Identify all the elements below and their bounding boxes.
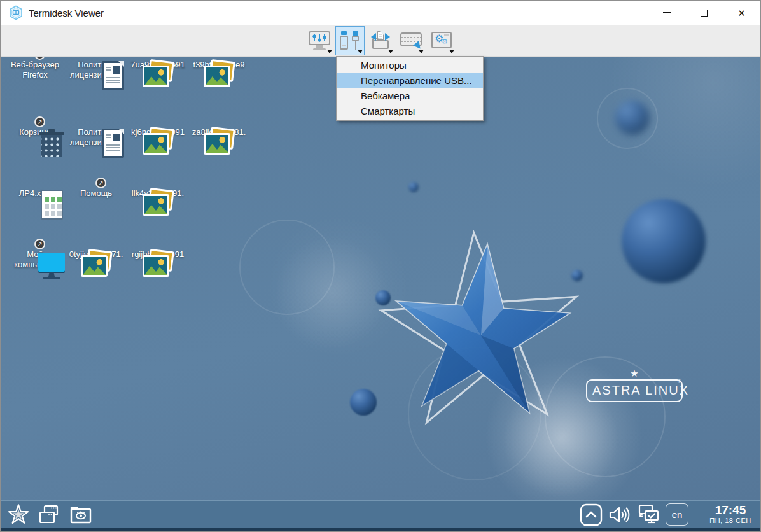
file-manager-button[interactable] <box>69 505 92 525</box>
image-icon <box>202 127 235 160</box>
document-icon <box>102 61 124 90</box>
desktop-icon-png[interactable]: za8ijcyexzy81. png <box>188 127 249 148</box>
clock-time: 17:45 <box>706 504 755 517</box>
desktop-icon-license-policy[interactable]: Политика лицензиров... <box>66 60 127 80</box>
desktop-icon-my-computer[interactable]: Мой компьютер <box>4 249 66 270</box>
tray-clock[interactable]: 17:45 ПН, 18 СЕН <box>706 504 755 525</box>
window-switcher-button[interactable] <box>38 505 61 525</box>
displays-check-icon <box>636 504 660 526</box>
keyboard-button[interactable] <box>396 26 426 55</box>
light-blob <box>274 235 389 350</box>
shortcut-arrow-icon <box>95 178 106 188</box>
close-button[interactable]: ✕ <box>723 1 760 25</box>
display-settings-button[interactable] <box>305 26 334 55</box>
desktop-icon-png[interactable]: rgijbh8bq9b91 .png <box>127 249 188 270</box>
desktop-icon-png[interactable]: t39bf29gwce9 1.png <box>188 60 249 80</box>
desktop-icon-xlsx[interactable]: ЛР4.xlsx <box>4 188 66 199</box>
image-icon <box>141 188 174 221</box>
icon-label: Помощь <box>66 188 127 199</box>
document-icon <box>102 129 124 158</box>
chevron-down-icon <box>327 50 332 53</box>
remote-desktop: ★ ASTRA LINUX ® Веб-браузер Firefox Поли… <box>1 57 760 500</box>
spreadsheet-icon <box>41 190 63 220</box>
image-icon <box>141 60 174 93</box>
astra-linux-logo: ★ ASTRA LINUX ® <box>586 369 683 402</box>
network-status-button[interactable] <box>636 504 660 526</box>
chevron-up-icon <box>580 503 603 526</box>
astra-crystal-star <box>369 223 593 447</box>
desktop-icon-png[interactable]: 7ua9yjt0dbe91 .png <box>127 60 188 80</box>
desktop-icon-png[interactable]: 0tyjjyyddwk71. png <box>66 249 127 270</box>
minimize-icon <box>663 12 671 13</box>
termidesk-viewer-window: Termidesk Viewer ✕ <box>0 0 761 532</box>
minimize-button[interactable] <box>648 1 685 25</box>
file-transfer-icon <box>368 30 393 52</box>
maximize-icon <box>701 10 708 17</box>
registered-mark: ® <box>678 379 683 384</box>
close-icon: ✕ <box>737 8 746 18</box>
desktop-icon-help[interactable]: Помощь <box>66 188 127 199</box>
menu-item-smartcards[interactable]: Смарткарты <box>337 104 483 119</box>
chevron-down-icon <box>449 50 454 53</box>
desktop-icon-license-policy[interactable]: Политика лицензиров... <box>66 127 127 148</box>
start-menu-button[interactable] <box>7 504 30 526</box>
display-settings-icon <box>307 30 332 52</box>
trash-icon <box>41 132 62 157</box>
tray-expand-button[interactable] <box>580 503 603 526</box>
blue-sphere <box>622 199 706 283</box>
menu-item-monitors[interactable]: Мониторы <box>337 58 483 73</box>
taskbar: en 17:45 ПН, 18 СЕН <box>1 500 760 531</box>
desktop-icon-firefox[interactable]: Веб-браузер Firefox <box>4 60 66 80</box>
astra-logo-text: ASTRA LINUX <box>592 383 689 397</box>
keyboard-layout-indicator[interactable]: en <box>666 503 688 526</box>
session-settings-button[interactable]: ⚙⚙ <box>427 26 456 55</box>
astra-star-icon: ★ <box>586 369 683 379</box>
usb-redirect-icon <box>338 30 362 52</box>
tray-divider <box>697 503 697 526</box>
image-icon <box>141 127 174 160</box>
desktop-icon-png[interactable]: llk4y3jcp4891. png <box>127 188 188 209</box>
file-transfer-button[interactable] <box>366 26 395 55</box>
desktop-icon-trash[interactable]: Корзина <box>4 127 66 137</box>
clock-date: ПН, 18 СЕН <box>706 517 755 525</box>
titlebar: Termidesk Viewer ✕ <box>1 1 760 25</box>
icon-label: Веб-браузер <box>4 60 66 70</box>
menu-item-usb-redirect[interactable]: Перенаправление USB... <box>337 73 483 88</box>
shortcut-arrow-icon <box>34 239 45 249</box>
blue-sphere <box>615 101 650 135</box>
termidesk-hexagon-icon <box>8 5 24 20</box>
menu-item-webcam[interactable]: Вебкамера <box>337 88 483 104</box>
keyboard-icon <box>399 30 423 52</box>
usb-redirect-button[interactable] <box>335 26 365 55</box>
image-icon <box>202 60 235 93</box>
session-toolbar: ⚙⚙ <box>1 25 760 57</box>
speaker-icon <box>608 505 630 525</box>
chevron-down-icon <box>358 50 363 53</box>
session-settings-icon: ⚙⚙ <box>429 30 454 52</box>
maximize-button[interactable] <box>685 1 723 25</box>
image-icon <box>141 249 174 283</box>
astra-start-star-icon <box>7 504 30 526</box>
usb-dropdown-menu: Мониторы Перенаправление USB... Вебкамер… <box>336 56 484 121</box>
volume-button[interactable] <box>608 505 630 525</box>
shortcut-arrow-icon <box>34 116 45 127</box>
monitor-icon <box>37 251 66 281</box>
icon-label: Firefox <box>4 70 66 80</box>
desktop-icon-png[interactable]: kj6ngn87zj991 .png <box>127 127 188 148</box>
chevron-down-icon <box>419 50 424 53</box>
folder-eye-icon <box>69 505 92 525</box>
chevron-down-icon <box>388 50 393 53</box>
window-title: Termidesk Viewer <box>29 8 104 18</box>
image-icon <box>80 249 113 283</box>
windows-switcher-icon <box>38 505 61 525</box>
blue-sphere <box>408 182 419 192</box>
